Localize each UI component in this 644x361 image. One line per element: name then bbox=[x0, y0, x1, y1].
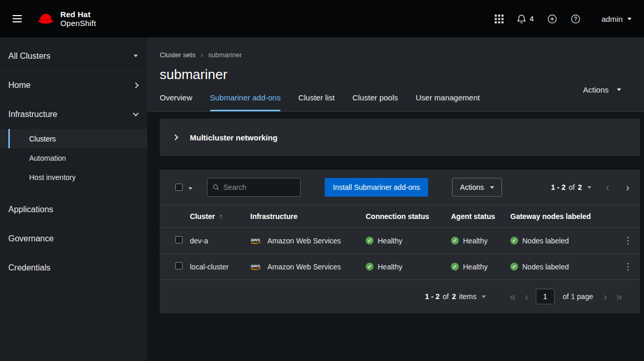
first-page-button[interactable]: « bbox=[508, 291, 518, 302]
status-label: Nodes labeled bbox=[522, 237, 569, 245]
sidebar-item-host-inventory[interactable]: Host inventory bbox=[0, 167, 147, 187]
column-header-agent-status: Agent status bbox=[446, 212, 505, 221]
search-box bbox=[207, 178, 301, 197]
chevron-down-icon bbox=[482, 295, 486, 298]
breadcrumb-link-cluster-sets[interactable]: Cluster sets bbox=[160, 51, 196, 59]
pagination-bottom: 1 - 2 of 2 items « ‹ of 1 page › » bbox=[160, 280, 640, 313]
status-label: Nodes labeled bbox=[522, 263, 569, 271]
infrastructure-label: Amazon Web Services bbox=[267, 263, 341, 271]
aws-logo-icon: aws bbox=[250, 263, 263, 270]
column-header-gateway-nodes: Gateway nodes labeled bbox=[505, 212, 611, 221]
sidebar-item-label: Host inventory bbox=[29, 173, 75, 182]
sidebar-item-infrastructure[interactable]: Infrastructure bbox=[0, 100, 147, 129]
sidebar-item-automation[interactable]: Automation bbox=[0, 148, 147, 167]
prev-page-button[interactable]: ‹ bbox=[523, 291, 531, 302]
table-row: dev-a aws Amazon Web Services ✓ Healthy bbox=[160, 228, 640, 254]
sidebar-item-applications[interactable]: Applications bbox=[0, 195, 147, 224]
page-header: Cluster sets › submariner submariner Act… bbox=[147, 37, 644, 112]
bell-icon bbox=[517, 14, 526, 24]
breadcrumb-current: submariner bbox=[208, 51, 242, 59]
check-circle-icon: ✓ bbox=[366, 237, 373, 244]
cluster-switcher[interactable]: All Clusters bbox=[0, 42, 147, 71]
install-submariner-button[interactable]: Install Submariner add-ons bbox=[325, 178, 428, 197]
masthead: Red Hat OpenShift 4 ? bbox=[0, 0, 644, 37]
tab-submariner-addons[interactable]: Submariner add-ons bbox=[210, 93, 281, 111]
current-page-input[interactable] bbox=[536, 289, 555, 304]
page-actions-label: Actions bbox=[583, 85, 609, 94]
chevron-down-icon bbox=[134, 55, 138, 57]
search-input[interactable] bbox=[223, 183, 295, 191]
pagination-items-label: items bbox=[459, 292, 476, 301]
user-menu[interactable]: admin bbox=[601, 15, 632, 23]
gateway-nodes-status[interactable]: ✓ Nodes labeled bbox=[510, 237, 611, 245]
check-circle-icon: ✓ bbox=[510, 237, 518, 244]
bulk-select-dropdown-toggle[interactable] bbox=[187, 183, 194, 192]
table-toolbar: Install Submariner add-ons Actions 1 - 2… bbox=[160, 170, 640, 205]
tab-user-management[interactable]: User management bbox=[416, 93, 480, 111]
masthead-utilities: 4 ? admin bbox=[495, 14, 632, 24]
sidebar-item-label: Applications bbox=[8, 205, 53, 214]
help-button[interactable]: ? bbox=[571, 14, 581, 24]
sidebar-item-clusters[interactable]: Clusters bbox=[0, 129, 147, 148]
pagination-of-label: of bbox=[569, 183, 575, 191]
bulk-select-checkbox[interactable] bbox=[175, 184, 183, 191]
row-checkbox[interactable] bbox=[175, 262, 183, 269]
next-page-button[interactable]: › bbox=[624, 182, 632, 192]
page-title: submariner bbox=[160, 66, 632, 83]
sidebar-item-governance[interactable]: Governance bbox=[0, 224, 147, 253]
status-label: Healthy bbox=[463, 237, 487, 245]
cluster-name: local-cluster bbox=[185, 263, 245, 271]
agent-status[interactable]: ✓ Healthy bbox=[451, 263, 505, 271]
connection-status[interactable]: ✓ Healthy bbox=[366, 237, 446, 245]
agent-status[interactable]: ✓ Healthy bbox=[451, 237, 505, 245]
infrastructure-cell: aws Amazon Web Services bbox=[245, 237, 360, 245]
multicluster-networking-title: Multicluster networking bbox=[190, 133, 277, 142]
row-kebab-menu-icon[interactable]: ⋮ bbox=[620, 233, 637, 248]
tab-cluster-pools[interactable]: Cluster pools bbox=[352, 93, 398, 111]
sidebar-item-home[interactable]: Home bbox=[0, 71, 147, 100]
sidebar-item-credentials[interactable]: Credentials bbox=[0, 253, 147, 282]
chevron-down-icon bbox=[627, 18, 632, 20]
row-kebab-menu-icon[interactable]: ⋮ bbox=[620, 259, 637, 274]
row-checkbox[interactable] bbox=[175, 236, 183, 243]
pagination-summary-toggle[interactable]: 1 - 2 of 2 bbox=[551, 183, 591, 191]
table-actions-dropdown[interactable]: Actions bbox=[452, 178, 502, 197]
svg-text:?: ? bbox=[574, 16, 577, 22]
brand-logo[interactable]: Red Hat OpenShift bbox=[36, 10, 96, 28]
notifications-button[interactable]: 4 bbox=[517, 14, 534, 24]
last-page-button[interactable]: » bbox=[614, 291, 624, 302]
sidebar-item-label: Governance bbox=[8, 234, 54, 243]
svg-text:aws: aws bbox=[251, 263, 260, 268]
tab-overview[interactable]: Overview bbox=[160, 93, 192, 111]
app-launcher-button[interactable] bbox=[495, 15, 504, 23]
infrastructure-subnav: Clusters Automation Host inventory bbox=[0, 129, 147, 187]
column-header-cluster[interactable]: Cluster ↑ bbox=[185, 212, 245, 221]
page-actions-dropdown[interactable]: Actions bbox=[583, 85, 621, 94]
chevron-right-icon bbox=[133, 82, 138, 88]
gateway-nodes-status[interactable]: ✓ Nodes labeled bbox=[510, 263, 611, 271]
nav-toggle-hamburger-icon[interactable] bbox=[12, 15, 22, 22]
plus-circle-icon bbox=[547, 14, 557, 24]
aws-logo-icon: aws bbox=[250, 237, 263, 244]
multicluster-networking-card: Multicluster networking bbox=[160, 119, 640, 156]
svg-text:aws: aws bbox=[251, 237, 260, 242]
tab-cluster-list[interactable]: Cluster list bbox=[298, 93, 334, 111]
infrastructure-cell: aws Amazon Web Services bbox=[245, 263, 360, 271]
column-header-label: Cluster bbox=[190, 212, 215, 221]
table-row: local-cluster aws Amazon Web Services ✓ … bbox=[160, 254, 640, 280]
chevron-right-icon bbox=[172, 134, 178, 140]
next-page-button[interactable]: › bbox=[601, 291, 609, 302]
pagination-top: 1 - 2 of 2 ‹ › bbox=[551, 182, 632, 192]
connection-status[interactable]: ✓ Healthy bbox=[366, 263, 446, 271]
breadcrumb: Cluster sets › submariner bbox=[160, 51, 632, 59]
prev-page-button[interactable]: ‹ bbox=[604, 182, 612, 192]
items-per-page-toggle[interactable]: 1 - 2 of 2 items bbox=[425, 292, 486, 301]
main-content: Cluster sets › submariner submariner Act… bbox=[147, 37, 644, 361]
cluster-name: dev-a bbox=[185, 237, 245, 245]
expand-toggle-button[interactable] bbox=[169, 135, 182, 139]
chevron-down-icon bbox=[617, 88, 621, 91]
create-button[interactable] bbox=[547, 14, 557, 24]
table-header-row: Cluster ↑ Infrastructure Connection stat… bbox=[160, 205, 640, 228]
sidebar-item-label: Infrastructure bbox=[8, 110, 57, 119]
bulk-select bbox=[175, 183, 194, 192]
